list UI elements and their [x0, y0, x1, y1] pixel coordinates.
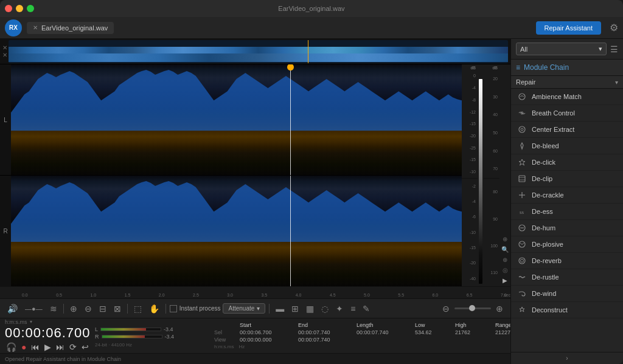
record-btn[interactable]: ● [20, 341, 27, 353]
pencil-tool[interactable]: ✎ [360, 303, 372, 315]
close-button[interactable] [5, 5, 12, 12]
tick-sec: sec [504, 293, 510, 297]
module-item-de-clip[interactable]: De-clip [511, 171, 623, 187]
module-item-de-rustle[interactable]: De-rustle [511, 269, 623, 286]
selection-tool-1[interactable]: ▬ [273, 303, 287, 315]
speaker-icon[interactable]: 🔊 [5, 303, 20, 315]
zoom-minus-icon[interactable]: ⊖ [440, 303, 452, 315]
go-end-btn[interactable]: ⏭ [55, 341, 66, 353]
spectrogram-channels[interactable] [11, 64, 462, 286]
go-start-btn[interactable]: ⏮ [30, 341, 41, 353]
tab-close-icon[interactable]: ✕ [33, 24, 38, 31]
spectrogram-with-scales: L R [0, 64, 510, 286]
module-name-de-wind: De-wind [532, 290, 556, 297]
sel-length-val: 00:00:07.740 [357, 329, 405, 335]
play-btn[interactable]: ▶ [43, 341, 52, 353]
instant-process-label: Instant process [179, 305, 221, 312]
wave-icon[interactable]: ≋ [47, 303, 60, 315]
module-item-deconstruct[interactable]: Deconstruct [511, 302, 623, 318]
headphones-icon[interactable]: 🎧 [5, 341, 18, 353]
marker-tool[interactable]: ≡ [348, 303, 358, 315]
module-item-breath-control[interactable]: Breath Control [511, 105, 623, 122]
module-item-de-crackle[interactable]: De-crackle [511, 187, 623, 204]
module-name-de-plosive: De-plosive [532, 241, 563, 248]
expand-more-row[interactable]: › [511, 352, 623, 364]
meter-L-label: L [95, 326, 98, 332]
filter-dropdown[interactable]: All ▾ [516, 43, 607, 55]
slider-icon: —●— [23, 304, 45, 314]
module-item-de-reverb[interactable]: De-reverb [511, 253, 623, 269]
menu-icon[interactable]: ☰ [610, 44, 618, 54]
module-item-center-extract[interactable]: Center Extract [511, 122, 623, 138]
module-chain-label: Module Chain [524, 63, 569, 72]
overview-waveform[interactable] [9, 40, 508, 63]
meter-bar-fill-L [101, 328, 146, 331]
playhead-R [290, 176, 291, 286]
skip-btn[interactable]: ↩ [80, 341, 90, 353]
maximize-button[interactable] [27, 5, 34, 12]
time-format-label[interactable]: h:m:s.ms [5, 319, 27, 325]
tick-6.5: 6.5 [467, 293, 473, 297]
zoom-in-icon-side[interactable]: ⊕ [503, 256, 507, 263]
repair-assistant-button[interactable]: Repair Assistant [536, 21, 601, 35]
instant-process-toggle[interactable]: Instant process [170, 305, 221, 312]
module-item-ambience-match[interactable]: Ambience Match [511, 89, 623, 105]
zoom-fit-tool[interactable]: ⊟ [97, 303, 109, 315]
minimize-button[interactable] [16, 5, 23, 12]
module-item-de-bleed[interactable]: De-bleed [511, 138, 623, 154]
lasso-tool[interactable]: ◌ [319, 303, 331, 315]
module-item-de-ess[interactable]: ss De-ess [511, 204, 623, 220]
zoom-slider-area: ⊖ ⊕ [440, 303, 506, 315]
crosshair-icon[interactable]: ⊕ [503, 236, 507, 242]
view-end-val: 00:00:07.740 [298, 337, 347, 343]
meter-row-R: R -3.4 [95, 334, 204, 340]
module-name-ambience-match: Ambience Match [532, 93, 582, 100]
module-item-de-hum[interactable]: De-hum [511, 220, 623, 236]
meter-R-label: R [95, 334, 99, 340]
window-title: EarVideo_original.wav [278, 5, 344, 12]
spectrogram-container: L R [0, 64, 510, 364]
zoom-in-tool[interactable]: ⊕ [68, 303, 80, 315]
selection-tool-2[interactable]: ⊞ [289, 303, 301, 315]
module-item-de-click[interactable]: De-click [511, 154, 623, 171]
app-logo: RX [5, 19, 22, 36]
module-item-de-wind[interactable]: De-wind [511, 286, 623, 302]
playback-icon[interactable]: ▶ [503, 277, 507, 284]
channel-L-label: L [0, 64, 11, 176]
zoom-slider[interactable] [454, 307, 491, 309]
end-header: End [298, 322, 347, 328]
hand-tool[interactable]: ✋ [147, 303, 162, 315]
tick-1.0: 1.0 [90, 293, 96, 297]
magic-tool[interactable]: ✦ [333, 303, 346, 315]
color-gradient [479, 79, 482, 284]
file-tab[interactable]: ✕ EarVideo_original.wav [27, 22, 114, 34]
repair-dropdown[interactable]: Repair ▾ [511, 76, 623, 89]
module-list[interactable]: Ambience Match Breath Control Center Ext… [511, 89, 623, 352]
select-tool[interactable]: ⬚ [131, 303, 144, 315]
spectrogram-channel-R[interactable] [11, 176, 462, 286]
selection-headers: Start End Length Low High Range Cursor [214, 322, 510, 328]
selection-tool-3[interactable]: ▦ [304, 303, 316, 315]
loop-btn[interactable]: ⟳ [68, 341, 78, 353]
hms-format-label: h:m:s.ms [214, 344, 234, 349]
settings-icon[interactable]: ⚙ [610, 22, 618, 33]
zoom-out-tool[interactable]: ⊖ [82, 303, 94, 315]
zoom-out-icon-side[interactable]: 🔍 [501, 246, 509, 253]
db-scale-left: dB 0 -4 -8 -12 -15 -20 -25 -15 -10 - [462, 64, 478, 286]
attenuate-dropdown[interactable]: Attenuate ▾ [223, 303, 265, 314]
spectrogram-channel-L[interactable] [11, 64, 462, 176]
collapse-bottom-icon[interactable]: ✕ [2, 52, 7, 58]
zoom-full-tool[interactable]: ⊠ [111, 303, 124, 315]
tick-2.5: 2.5 [193, 293, 199, 297]
tick-0.0: 0.0 [22, 293, 28, 297]
collapse-top-icon[interactable]: ✕ [2, 44, 7, 51]
zoom-plus-icon[interactable]: ⊕ [493, 303, 506, 315]
svg-point-2 [519, 126, 525, 132]
de-click-icon [517, 157, 527, 167]
module-item-de-plosive[interactable]: De-plosive [511, 236, 623, 253]
expand-more-icon[interactable]: › [566, 355, 568, 362]
channel-R-label: R [0, 176, 11, 286]
time-format-arrow[interactable]: ▾ [30, 319, 32, 325]
transport-time-col: h:m:s.ms ▾ 00:00:06.700 🎧 ● ⏮ ▶ ⏭ ⟳ ↩ [5, 319, 90, 353]
instant-process-checkbox[interactable] [170, 305, 177, 312]
